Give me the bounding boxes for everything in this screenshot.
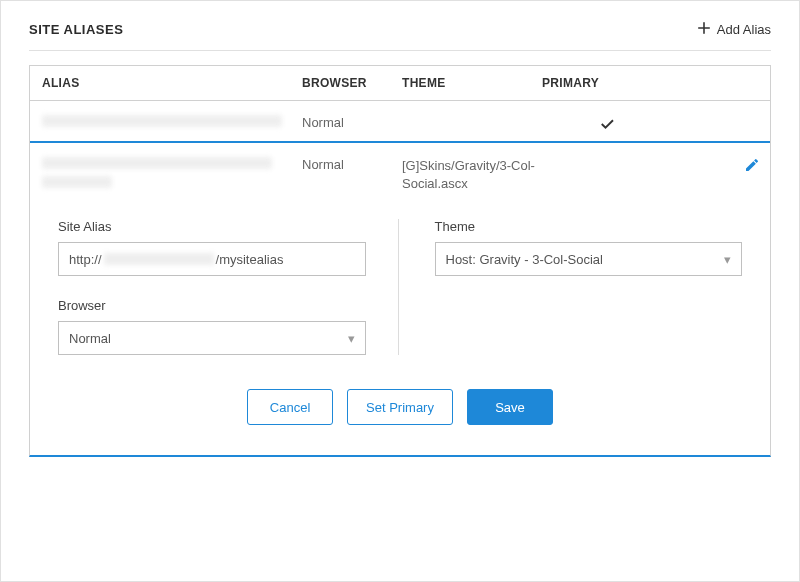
panel-header: SITE ALIASES Add Alias — [29, 21, 771, 51]
col-theme: THEME — [402, 76, 542, 90]
browser-label: Browser — [58, 298, 366, 313]
primary-check-icon — [542, 115, 672, 133]
theme-label: Theme — [435, 219, 743, 234]
section-title: SITE ALIASES — [29, 22, 123, 37]
table-row[interactable]: Normal — [30, 101, 770, 143]
form-buttons: Cancel Set Primary Save — [30, 363, 770, 455]
aliases-table: ALIAS BROWSER THEME PRIMARY Normal Norma… — [29, 65, 771, 457]
site-alias-label: Site Alias — [58, 219, 366, 234]
save-button[interactable]: Save — [467, 389, 553, 425]
edit-form: Site Alias http:// /mysitealias Browser … — [30, 201, 770, 363]
col-primary: PRIMARY — [542, 76, 672, 90]
site-alias-input[interactable]: http:// /mysitealias — [58, 242, 366, 276]
theme-select[interactable]: Host: Gravity - 3-Col-Social ▾ — [435, 242, 743, 276]
add-alias-label: Add Alias — [717, 22, 771, 37]
browser-cell: Normal — [302, 157, 402, 172]
alias-host-placeholder — [104, 253, 214, 265]
chevron-down-icon: ▾ — [348, 331, 355, 346]
theme-cell: [G]Skins/Gravity/3-Col-Social.ascx — [402, 157, 542, 193]
cancel-button[interactable]: Cancel — [247, 389, 333, 425]
browser-value: Normal — [69, 331, 111, 346]
col-browser: BROWSER — [302, 76, 402, 90]
edit-row-button[interactable] — [744, 157, 760, 176]
plus-icon — [697, 21, 711, 38]
browser-select[interactable]: Normal ▾ — [58, 321, 366, 355]
theme-value: Host: Gravity - 3-Col-Social — [446, 252, 603, 267]
alias-cell — [42, 115, 302, 130]
add-alias-button[interactable]: Add Alias — [697, 21, 771, 38]
col-alias: ALIAS — [42, 76, 302, 90]
set-primary-button[interactable]: Set Primary — [347, 389, 453, 425]
pencil-icon — [744, 161, 760, 176]
alias-prefix: http:// — [69, 252, 102, 267]
alias-suffix: /mysitealias — [216, 252, 284, 267]
site-aliases-panel: SITE ALIASES Add Alias ALIAS BROWSER THE… — [0, 0, 800, 582]
alias-cell — [42, 157, 302, 191]
table-header: ALIAS BROWSER THEME PRIMARY — [30, 66, 770, 101]
chevron-down-icon: ▾ — [724, 252, 731, 267]
table-row[interactable]: Normal [G]Skins/Gravity/3-Col-Social.asc… — [30, 143, 770, 201]
browser-cell: Normal — [302, 115, 402, 130]
